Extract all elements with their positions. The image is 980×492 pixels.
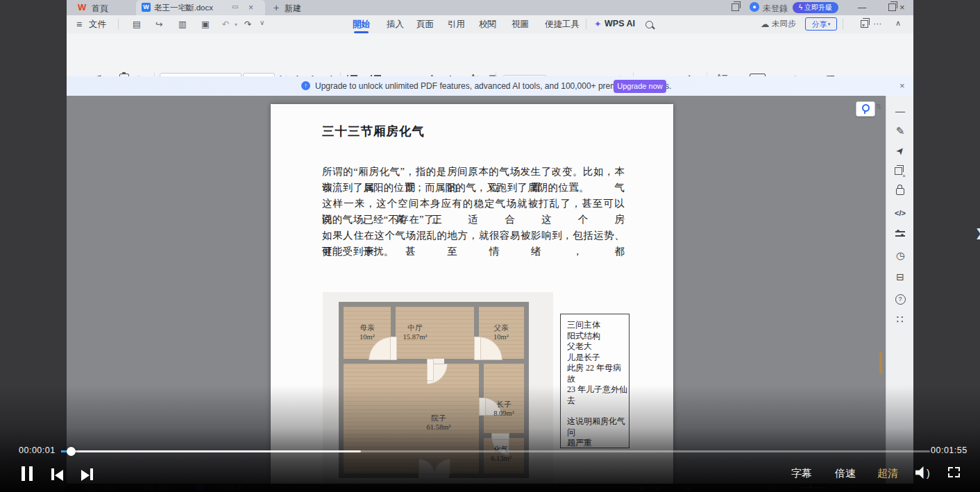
upgrade-now-button[interactable]: Upgrade now	[614, 80, 666, 93]
quality-button[interactable]: 超清	[877, 467, 898, 480]
minimize-icon[interactable]: —	[858, 3, 866, 12]
restore-icon[interactable]	[888, 3, 896, 11]
menu-wps-ai[interactable]: WPS AI	[605, 19, 635, 28]
avatar[interactable]: ●	[750, 2, 759, 12]
sparkle-icon: ✦	[594, 19, 601, 29]
redo-icon[interactable]: ↷	[244, 19, 251, 29]
workspace-icon[interactable]	[732, 3, 739, 11]
history-clock-icon[interactable]: ◷	[886, 250, 913, 261]
divider	[586, 19, 586, 29]
doc-line: 间的气场已经“不存在”了。	[322, 212, 625, 228]
doc-tab-title: 老王一宅斷.docx	[154, 3, 213, 13]
pin-panel-expander-icon[interactable]: ⇅	[876, 103, 881, 110]
menu-reference[interactable]: 引用	[448, 19, 465, 31]
share-button[interactable]: 分享▾	[805, 17, 837, 31]
menu-view[interactable]: 視圖	[512, 19, 529, 31]
save-icon[interactable]: ▤	[133, 19, 141, 29]
wall	[474, 302, 479, 337]
video-player: W 首頁 W 老王一宅斷.docx ▭ × + 新建 ● 未登錄 ϟ 立即升級 …	[0, 0, 980, 492]
doc-heading: 三十三节厢房化气	[322, 123, 425, 139]
current-time: 00:00:01	[19, 446, 56, 455]
edit-pen-icon[interactable]: ✎	[886, 125, 913, 137]
close-window-icon[interactable]: ×	[899, 2, 905, 12]
total-time: 00:01:55	[931, 446, 968, 455]
fullscreen-button[interactable]	[948, 467, 960, 477]
tab-document[interactable]: W 老王一宅斷.docx ▭ ×	[136, 0, 265, 15]
menubar: ≡ 文件 ▤ ↪ ▥ ▣ ↶ ▾ ↷ ∨ 開始 插入 頁面 引用 校閱 視圖 便…	[67, 15, 913, 33]
door-leaf	[427, 359, 434, 381]
banner-close-icon[interactable]: ×	[899, 80, 905, 91]
progress-knob[interactable]	[67, 447, 76, 456]
room-label: 父亲10m²	[480, 323, 522, 341]
note-line: 父老大	[567, 341, 629, 353]
login-label[interactable]: 未登錄	[763, 3, 788, 15]
progress-buffered	[61, 450, 361, 452]
previous-button[interactable]	[51, 468, 63, 484]
monitor-icon[interactable]: ▭	[232, 3, 238, 10]
titlebar: W 首頁 W 老王一宅斷.docx ▭ × + 新建 ● 未登錄 ϟ 立即升級 …	[67, 0, 913, 15]
new-window-caret-icon[interactable]: ▾	[862, 22, 865, 28]
menu-file[interactable]: 文件	[89, 19, 106, 31]
doc-line: 却流到了属阳的位置；而属阳的气，又跑到了属阴的位置。	[322, 180, 625, 196]
menu-page[interactable]: 頁面	[416, 19, 434, 31]
ribbon: ✐ 複製格式 粘貼▾ ✂ Calibri (正文) ∨ 四號 ∨ A⁺ A⁻ A…	[67, 33, 913, 77]
menu-home[interactable]: 開始	[353, 19, 370, 31]
doc-icon: W	[142, 3, 151, 12]
volume-button[interactable]: )	[915, 466, 930, 482]
print-icon[interactable]: ▥	[178, 19, 187, 29]
upgrade-banner: ↑ Upgrade to unlock unlimited PDF featur…	[67, 76, 913, 96]
screenshot-icon[interactable]: ×	[886, 166, 913, 178]
quickbar-more-icon[interactable]: ∨	[260, 19, 264, 26]
menu-insert[interactable]: 插入	[387, 19, 404, 31]
minimize-strip-icon[interactable]: —	[886, 105, 913, 117]
divider	[118, 19, 119, 29]
subtitles-button[interactable]: 字幕	[791, 467, 812, 480]
search-icon[interactable]	[645, 21, 653, 28]
apps-grid-icon[interactable]: ∷	[886, 313, 913, 326]
new-tab-plus-icon[interactable]: +	[273, 2, 279, 13]
note-line: 三间主体	[567, 320, 629, 331]
new-tab-label[interactable]: 新建	[285, 3, 301, 15]
lightning-icon: ϟ	[799, 3, 802, 11]
hamburger-icon[interactable]: ≡	[76, 19, 82, 30]
cursor-icon[interactable]: ➤	[887, 137, 913, 165]
help-icon[interactable]: ?	[886, 292, 913, 305]
scrollbar-thumb[interactable]	[879, 352, 882, 374]
pin-icon	[862, 104, 870, 112]
wps-logo-icon: W	[78, 2, 86, 12]
note-line: 阳式结构	[567, 331, 629, 342]
print-preview-icon[interactable]: ▣	[201, 19, 210, 29]
undo-caret-icon[interactable]: ▾	[235, 22, 237, 28]
tab-home[interactable]: 首頁	[92, 3, 108, 15]
note-line: 此房 22 年母病故	[567, 363, 629, 384]
divider	[843, 19, 843, 29]
output-icon[interactable]: ↪	[155, 19, 162, 29]
layers-icon[interactable]: ⊟	[886, 271, 913, 282]
menu-tools[interactable]: 便捷工具	[545, 19, 580, 31]
speed-button[interactable]: 倍速	[835, 467, 856, 480]
note-line: 儿是长子	[567, 353, 629, 364]
sliders-icon[interactable]	[886, 229, 913, 240]
menu-review[interactable]: 校閱	[479, 19, 496, 31]
upgrade-button[interactable]: ϟ 立即升級	[793, 2, 838, 13]
upgrade-arrow-icon: ↑	[301, 81, 310, 90]
room-label: 母亲10m²	[346, 323, 388, 341]
wall	[339, 302, 529, 307]
collapse-ribbon-icon[interactable]: ∧	[895, 19, 901, 28]
player-gradient	[0, 385, 980, 492]
doc-line: 可能受到干扰。	[322, 244, 625, 260]
undo-icon[interactable]: ↶	[222, 19, 229, 29]
lock-icon[interactable]	[886, 184, 913, 197]
code-icon[interactable]: </>	[886, 209, 913, 217]
speaker-icon	[915, 466, 927, 479]
pause-button[interactable]	[22, 466, 33, 484]
more-icon[interactable]: ···	[873, 19, 882, 28]
sync-status: 未同步	[772, 19, 796, 29]
pin-tool[interactable]	[856, 101, 875, 117]
panel-expand-chevron-icon[interactable]: ›	[976, 217, 980, 248]
room-label: 中厅15.87m²	[394, 323, 436, 341]
next-button[interactable]	[81, 468, 93, 484]
close-tab-icon[interactable]: ×	[248, 3, 253, 12]
cloud-sync-icon: ☁	[761, 19, 770, 29]
